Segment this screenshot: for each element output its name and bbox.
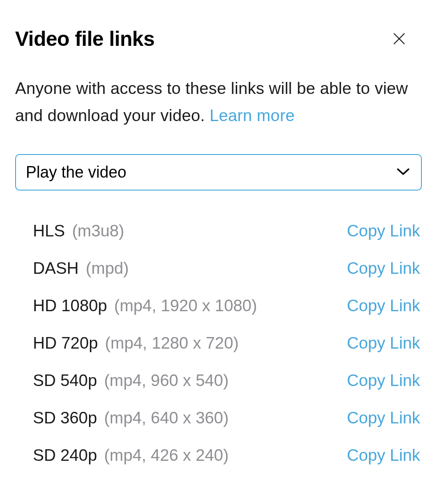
format-label: SD 240p (mp4, 426 x 240) — [33, 446, 229, 465]
copy-link-button[interactable]: Copy Link — [347, 297, 420, 315]
format-name: SD 240p — [33, 446, 97, 465]
format-name: HD 1080p — [33, 297, 107, 315]
format-label: SD 360p (mp4, 640 x 360) — [33, 409, 229, 427]
format-detail: (mp4, 1920 x 1080) — [114, 297, 257, 315]
copy-link-button[interactable]: Copy Link — [347, 334, 420, 353]
list-item: SD 360p (mp4, 640 x 360) Copy Link — [33, 409, 420, 427]
format-name: HD 720p — [33, 334, 98, 353]
format-name: DASH — [33, 259, 79, 278]
format-label: SD 540p (mp4, 960 x 540) — [33, 371, 229, 390]
dialog-header: Video file links — [15, 27, 422, 51]
format-label: HD 1080p (mp4, 1920 x 1080) — [33, 297, 257, 315]
format-name: HLS — [33, 222, 65, 240]
format-detail: (mp4, 1280 x 720) — [105, 334, 239, 353]
copy-link-button[interactable]: Copy Link — [347, 222, 420, 240]
list-item: DASH (mpd) Copy Link — [33, 259, 420, 278]
format-label: HD 720p (mp4, 1280 x 720) — [33, 334, 239, 353]
description-text: Anyone with access to these links will b… — [15, 75, 422, 129]
list-item: HD 720p (mp4, 1280 x 720) Copy Link — [33, 334, 420, 353]
list-item: HD 1080p (mp4, 1920 x 1080) Copy Link — [33, 297, 420, 315]
copy-link-button[interactable]: Copy Link — [347, 371, 420, 390]
format-detail: (mp4, 426 x 240) — [104, 446, 229, 465]
format-detail: (mpd) — [86, 259, 129, 278]
copy-link-button[interactable]: Copy Link — [347, 446, 420, 465]
format-label: HLS (m3u8) — [33, 222, 124, 240]
close-icon — [392, 32, 406, 47]
format-detail: (mp4, 960 x 540) — [104, 371, 229, 390]
list-item: HLS (m3u8) Copy Link — [33, 222, 420, 240]
dropdown-selected-label: Play the video — [26, 163, 126, 182]
play-mode-dropdown[interactable]: Play the video — [15, 154, 422, 191]
format-detail: (m3u8) — [72, 222, 124, 240]
copy-link-button[interactable]: Copy Link — [347, 409, 420, 427]
close-button[interactable] — [390, 29, 409, 49]
format-detail: (mp4, 640 x 360) — [104, 409, 229, 427]
format-name: SD 540p — [33, 371, 97, 390]
list-item: SD 240p (mp4, 426 x 240) Copy Link — [33, 446, 420, 465]
dialog-title: Video file links — [15, 27, 154, 51]
chevron-down-icon — [397, 167, 411, 177]
format-links-list: HLS (m3u8) Copy Link DASH (mpd) Copy Lin… — [15, 222, 422, 465]
format-label: DASH (mpd) — [33, 259, 129, 278]
learn-more-link[interactable]: Learn more — [210, 106, 295, 125]
copy-link-button[interactable]: Copy Link — [347, 259, 420, 278]
format-name: SD 360p — [33, 409, 97, 427]
list-item: SD 540p (mp4, 960 x 540) Copy Link — [33, 371, 420, 390]
